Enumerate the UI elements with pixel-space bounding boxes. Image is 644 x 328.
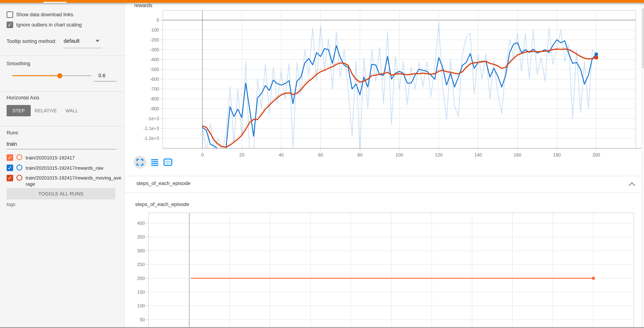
run2-label: train/20201015-192417/rewards_raw (26, 165, 122, 171)
divider (0, 55, 125, 56)
steps-chart[interactable] (148, 213, 634, 328)
steps-chart-title: steps_of_each_episode (135, 201, 189, 207)
dropdown-arrow-icon (96, 40, 100, 42)
app-header-bar (0, 0, 644, 3)
page-scrollbar[interactable] (642, 3, 644, 328)
y-tick-label: -100 (150, 27, 159, 32)
y-tick-label: -400 (150, 57, 159, 62)
haxis-step-button[interactable]: STEP (6, 105, 31, 116)
section-divider (125, 176, 642, 176)
haxis-wall-button[interactable]: WALL (61, 105, 83, 116)
expand-chart-button[interactable] (134, 156, 146, 168)
smoothing-slider-fill (12, 75, 60, 76)
y-tick-label: 350 (137, 234, 145, 239)
smoothing-value[interactable]: 0.6 (98, 73, 106, 79)
y-tick-label: -900 (150, 106, 159, 111)
y-tick-label: 200 (137, 276, 145, 281)
toggle-all-runs-button[interactable]: TOGGLE ALL RUNS (6, 188, 115, 199)
menu-bars-icon (151, 158, 158, 166)
section-header: steps_of_each_episode (136, 180, 190, 186)
ignore-outliers-row[interactable]: ✓ Ignore outliers in chart scaling (6, 21, 82, 28)
smoothing-value-underline (94, 81, 116, 81)
check-icon: ✓ (8, 165, 12, 171)
run3-radio-icon[interactable] (16, 175, 22, 181)
y-tick-label: 400 (137, 221, 145, 226)
x-tick-label: 140 (474, 152, 482, 158)
x-tick-label: 180 (553, 152, 561, 158)
x-tick-label: 100 (396, 152, 403, 158)
ignore-outliers-label: Ignore outliers in chart scaling (16, 22, 82, 28)
x-tick-label: 20 (239, 152, 244, 158)
y-tick-label: 0 (156, 17, 159, 23)
fit-domain-icon (163, 158, 172, 166)
check-icon: ✓ (8, 175, 12, 181)
run2-radio-icon[interactable] (16, 164, 22, 170)
run1-label: train/20201015-192417 (26, 155, 122, 161)
rewards-chart-title: rewards (134, 2, 152, 8)
run3-label: train/20201015-192417/rewards_moving_ave… (26, 175, 122, 187)
x-tick-label: 120 (435, 152, 443, 158)
run2-checkbox[interactable]: ✓ (6, 164, 13, 171)
x-tick-label: 160 (514, 152, 521, 158)
collapse-section-button[interactable] (628, 182, 636, 186)
rewards-chart[interactable] (163, 10, 636, 148)
show-download-links-checkbox[interactable] (6, 11, 13, 18)
y-tick-label: -600 (150, 77, 159, 82)
x-tick-label: 80 (358, 152, 362, 158)
run-row[interactable]: ✓ train/20201015-192417 (6, 154, 122, 161)
smoothing-slider-thumb[interactable] (57, 73, 62, 78)
y-tick-label: 50 (140, 317, 145, 322)
y-tick-label: -1.1e+3 (144, 126, 159, 131)
y-tick-label: 150 (137, 290, 145, 295)
divider (0, 126, 125, 126)
y-tick-label: -300 (150, 47, 159, 52)
runs-footer-logs: logs (6, 202, 15, 207)
tensorboard-page: Show data download links ✓ Ignore outlie… (0, 0, 644, 328)
runs-label: Runs (6, 130, 18, 136)
x-tick-label: 0 (201, 152, 204, 158)
runs-filter-underline (6, 149, 116, 149)
tooltip-sort-underline (63, 48, 102, 48)
check-icon: ✓ (8, 155, 12, 161)
chart-toolbar (134, 156, 172, 169)
x-tick-label: 60 (318, 152, 323, 158)
horizontal-axis-label: Horizontal Axis (6, 95, 39, 101)
toggle-y-axis-button[interactable] (150, 158, 160, 167)
check-icon: ✓ (8, 22, 12, 28)
section-divider (125, 192, 642, 193)
run-row[interactable]: ✓ train/20201015-192417/rewards_raw (6, 164, 122, 171)
run3-checkbox[interactable]: ✓ (6, 175, 13, 181)
tooltip-sort-select[interactable]: default (64, 38, 80, 44)
y-tick-label: -700 (150, 86, 159, 92)
active-tab-indicator (43, 2, 66, 3)
show-download-links-label: Show data download links (16, 12, 73, 17)
haxis-relative-button[interactable]: RELATIVE (31, 105, 61, 116)
run1-radio-icon[interactable] (16, 154, 22, 160)
tooltip-sort-label: Tooltip sorting method: (6, 38, 56, 44)
expand-icon (136, 158, 144, 166)
y-tick-label: -200 (150, 37, 159, 42)
ignore-outliers-checkbox[interactable]: ✓ (6, 21, 13, 28)
fit-domain-button[interactable] (163, 158, 172, 167)
x-tick-label: 40 (279, 152, 284, 158)
y-tick-label: -800 (150, 96, 159, 101)
settings-sidebar: Show data download links ✓ Ignore outlie… (0, 3, 125, 328)
chevron-up-icon (628, 182, 636, 186)
y-tick-label: 250 (137, 262, 145, 267)
smoothing-label: Smoothing (6, 61, 30, 66)
scrollbar-thumb[interactable] (642, 8, 644, 68)
y-tick-label: -1.2e+3 (144, 136, 159, 141)
run1-checkbox[interactable]: ✓ (6, 154, 13, 161)
y-tick-label: 100 (137, 303, 145, 308)
window-bottom-edge (0, 327, 644, 328)
x-tick-label: 200 (592, 152, 600, 158)
runs-filter-input[interactable]: train (6, 141, 17, 147)
show-download-links-row[interactable]: Show data download links (6, 11, 73, 18)
run-row[interactable]: ✓ train/20201015-192417/rewards_moving_a… (6, 175, 122, 187)
y-tick-label: -1e+3 (147, 116, 159, 121)
y-tick-label: -500 (150, 67, 159, 72)
y-tick-label: 300 (137, 248, 145, 253)
divider (0, 91, 125, 92)
